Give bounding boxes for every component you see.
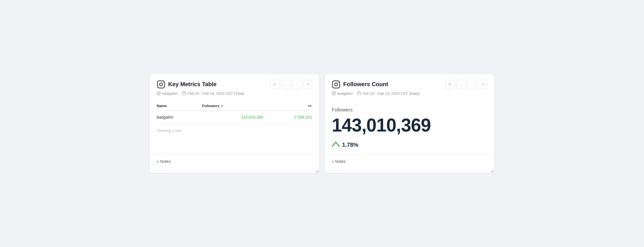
showing-row-label: Showing 1 row bbox=[157, 124, 312, 135]
card1-meta: badgalriri Feb 10 - Feb 14, 2023 CET (To… bbox=[157, 91, 312, 96]
card2-account-meta: badgalriri bbox=[332, 91, 352, 96]
card2-resize-handle[interactable]: ◢ bbox=[325, 168, 494, 173]
card2-meta: badgalriri Feb 10 - Feb 14, 2023 CET (Da… bbox=[332, 91, 487, 96]
download-icon-2: ↓ bbox=[460, 82, 462, 87]
svg-rect-10 bbox=[333, 81, 340, 88]
card1-download-button[interactable]: ↓ bbox=[281, 80, 290, 89]
card2-refresh-button[interactable]: ↻ bbox=[445, 80, 455, 89]
card2-actions: ↻ ↓ ··· ↗ bbox=[445, 80, 487, 89]
card1-date-range: Feb 10 - Feb 14, 2023 CET (Total) bbox=[187, 91, 244, 96]
calendar-icon-1 bbox=[182, 91, 186, 95]
key-metrics-card: Key Metrics Table ↻ ↓ ··· ↗ bbox=[150, 74, 319, 173]
svg-point-15 bbox=[335, 92, 335, 92]
svg-point-14 bbox=[333, 93, 335, 94]
instagram-icon-2 bbox=[332, 80, 340, 89]
col-name: Name bbox=[157, 101, 202, 111]
svg-point-5 bbox=[160, 92, 160, 92]
card2-more-button[interactable]: ··· bbox=[467, 80, 476, 89]
svg-point-11 bbox=[335, 83, 337, 86]
expand-icon: ↗ bbox=[306, 82, 309, 87]
ig-meta-icon-2 bbox=[332, 91, 336, 95]
calendar-icon-2 bbox=[357, 91, 361, 95]
card1-date-meta: Feb 10 - Feb 14, 2023 CET (Total) bbox=[182, 91, 244, 96]
svg-rect-3 bbox=[157, 92, 160, 95]
dashboard: Key Metrics Table ↻ ↓ ··· ↗ bbox=[150, 74, 494, 173]
refresh-icon-2: ↻ bbox=[448, 82, 452, 87]
refresh-icon: ↻ bbox=[273, 82, 277, 87]
ig-meta-icon bbox=[157, 91, 161, 95]
svg-point-4 bbox=[158, 93, 160, 94]
card2-date-range: Feb 10 - Feb 14, 2023 CET (Daily) bbox=[362, 91, 420, 96]
card2-download-button[interactable]: ↓ bbox=[456, 80, 465, 89]
card2-title: Followers Count bbox=[343, 81, 388, 88]
card1-account-meta: badgalriri bbox=[157, 91, 177, 96]
svg-point-1 bbox=[160, 83, 162, 86]
card2-header: Followers Count ↻ ↓ ··· ↗ bbox=[332, 80, 487, 89]
download-icon: ↓ bbox=[285, 82, 287, 87]
card2-expand-button[interactable]: ↗ bbox=[478, 80, 487, 89]
card2-date-meta: Feb 10 - Feb 14, 2023 CET (Daily) bbox=[357, 91, 420, 96]
instagram-icon bbox=[157, 80, 165, 89]
row-change: 2,558,921 bbox=[263, 111, 312, 124]
svg-rect-16 bbox=[358, 92, 361, 95]
card2-notes-button[interactable]: + Notes bbox=[325, 154, 494, 168]
metrics-table: Name Followers ▼ +/- bbox=[157, 101, 312, 124]
metric-change: 1.78% bbox=[332, 141, 487, 148]
expand-icon-2: ↗ bbox=[481, 82, 484, 87]
table-row: badgalriri 143,010,369 2,558,921 bbox=[157, 111, 312, 124]
card1-account: badgalriri bbox=[162, 91, 177, 96]
card1-notes-button[interactable]: + Notes bbox=[150, 154, 319, 168]
metric-section: Followers 143,010,369 1.78% bbox=[332, 101, 487, 148]
metrics-table-wrapper: Name Followers ▼ +/- bbox=[157, 101, 312, 135]
card2-title-group: Followers Count bbox=[332, 80, 388, 89]
followers-count-card: Followers Count ↻ ↓ ··· ↗ bbox=[325, 74, 494, 173]
card1-header: Key Metrics Table ↻ ↓ ··· ↗ bbox=[157, 80, 312, 89]
svg-rect-6 bbox=[183, 92, 186, 95]
trend-up-icon bbox=[332, 141, 340, 148]
card2-account: badgalriri bbox=[337, 91, 352, 96]
col-followers[interactable]: Followers ▼ bbox=[202, 101, 263, 111]
metric-label: Followers bbox=[332, 107, 487, 113]
row-followers: 143,010,369 bbox=[202, 111, 263, 124]
metric-value: 143,010,369 bbox=[332, 115, 487, 135]
card1-actions: ↻ ↓ ··· ↗ bbox=[270, 80, 312, 89]
card1-refresh-button[interactable]: ↻ bbox=[270, 80, 280, 89]
card1-title-group: Key Metrics Table bbox=[157, 80, 217, 89]
card1-expand-button[interactable]: ↗ bbox=[303, 80, 312, 89]
row-name: badgalriri bbox=[157, 111, 202, 124]
sort-icon: ▼ bbox=[221, 104, 224, 107]
metric-change-value: 1.78% bbox=[342, 142, 358, 148]
svg-rect-0 bbox=[158, 81, 165, 88]
svg-point-2 bbox=[162, 82, 163, 83]
svg-rect-13 bbox=[332, 92, 335, 95]
card1-resize-handle[interactable]: ◢ bbox=[150, 168, 319, 173]
card1-title: Key Metrics Table bbox=[168, 81, 217, 88]
svg-point-12 bbox=[337, 82, 338, 83]
card1-more-button[interactable]: ··· bbox=[292, 80, 301, 89]
col-change: +/- bbox=[263, 101, 312, 111]
more-icon-2: ··· bbox=[470, 82, 474, 87]
more-icon: ··· bbox=[295, 82, 298, 87]
